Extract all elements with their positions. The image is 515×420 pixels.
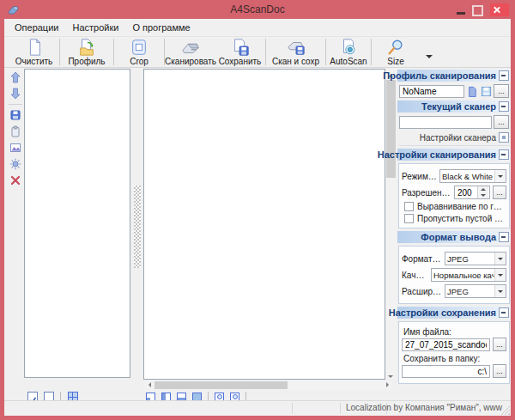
autoscan-icon [338, 38, 359, 57]
dropdown-arrow-icon [494, 253, 506, 265]
settings-panel: Профиль сканирования ... Текущий сканер [397, 67, 511, 400]
save-button[interactable]: Сохранить [215, 38, 264, 66]
size-button[interactable]: Size [373, 38, 419, 66]
status-divider [292, 403, 293, 414]
skip-blank-checkbox[interactable] [404, 214, 414, 223]
toolbar-separator [265, 39, 266, 65]
delete-icon [9, 174, 21, 186]
scanner-settings-row[interactable]: Настройки сканера [399, 132, 509, 146]
scanner-name-input[interactable] [399, 116, 492, 129]
profile-save-icon[interactable] [480, 85, 492, 97]
collapse-icon[interactable] [499, 232, 509, 242]
output-mode-select[interactable]: Black & White [439, 169, 506, 183]
toolbar-separator [113, 39, 114, 65]
profile-icon [76, 38, 97, 57]
menu-operations[interactable]: Операции [8, 20, 65, 36]
crop-icon [129, 38, 149, 57]
title-bar[interactable]: A4ScanDoc [0, 0, 515, 19]
collapse-icon[interactable] [499, 70, 509, 81]
minimize-button[interactable] [457, 12, 465, 15]
section-header-output-format: Формат вывода [397, 231, 511, 243]
vertical-scroll-thumb[interactable] [386, 80, 396, 178]
close-button[interactable] [490, 3, 509, 16]
size-dropdown-arrow[interactable] [426, 55, 433, 62]
scroll-left-arrow[interactable] [143, 380, 154, 390]
filename-label: Имя файла: [403, 327, 505, 337]
image-button[interactable] [8, 141, 23, 155]
save-icon [9, 109, 21, 121]
clipboard-button[interactable] [8, 125, 23, 138]
horizontal-scrollbar[interactable] [143, 380, 391, 390]
delete-button[interactable] [8, 173, 23, 187]
image-icon [9, 142, 21, 154]
section-header-current-scanner: Текущий сканер [397, 100, 511, 113]
profile-load-icon[interactable] [466, 85, 478, 97]
menu-settings[interactable]: Настройки [65, 20, 125, 36]
collapse-icon[interactable] [499, 101, 509, 112]
clipboard-icon [9, 125, 21, 137]
panel-splitter[interactable] [132, 69, 142, 378]
resolution-spinner[interactable] [454, 186, 490, 199]
magnifier-icon [385, 38, 406, 57]
maximize-button[interactable] [472, 5, 483, 16]
dropdown-arrow-icon [494, 285, 506, 297]
clear-button[interactable]: Очистить [9, 38, 58, 66]
collapse-icon[interactable] [499, 307, 509, 318]
scan-settings-group: Режим вывода: Black & White Разрешение (… [398, 163, 510, 228]
brightness-icon [9, 158, 21, 170]
filename-input[interactable] [402, 338, 490, 351]
extension-select[interactable]: JPEG [445, 284, 506, 298]
skip-blank-row[interactable]: Пропустить пустой лист [404, 214, 505, 223]
quality-label: Качество: [402, 271, 428, 280]
status-text: Localization by Компания "Риман", www [346, 403, 502, 412]
vertical-scrollbar[interactable] [385, 69, 397, 380]
app-window: A4ScanDoc Операции Настройки О программе… [0, 0, 515, 420]
resolution-more-button[interactable]: ... [493, 186, 506, 199]
splitter-handle-icon [134, 186, 141, 268]
spin-down-icon[interactable] [478, 192, 488, 198]
toolbar-separator [325, 39, 326, 65]
menu-about[interactable]: О программе [125, 20, 197, 36]
toolbar-separator [371, 39, 372, 65]
crop-button[interactable]: Crop [115, 38, 163, 66]
brightness-button[interactable] [8, 157, 23, 171]
file-format-select[interactable]: JPEG [445, 252, 506, 265]
move-down-button[interactable] [8, 87, 23, 100]
section-header-save-settings: Настройки сохранения [397, 307, 511, 319]
move-up-button[interactable] [8, 70, 23, 84]
scanner-browse-button[interactable]: ... [494, 115, 509, 129]
dropdown-arrow-icon [494, 170, 506, 182]
spin-up-icon[interactable] [478, 186, 488, 192]
profile-button[interactable]: Профиль [61, 38, 112, 66]
profile-browse-button[interactable]: ... [494, 84, 509, 98]
quality-select[interactable]: Нормальное качество [431, 268, 506, 282]
save-settings-group: Имя файла: ... Сохранить в папку: ... [398, 321, 510, 384]
thumbnail-list-panel [24, 69, 130, 378]
align-horizontal-checkbox[interactable] [404, 202, 414, 211]
scan-button[interactable]: Сканировать [166, 38, 215, 66]
window-title: A4ScanDoc [0, 0, 515, 19]
scroll-right-arrow[interactable] [381, 380, 391, 390]
scroll-down-arrow[interactable] [385, 369, 397, 380]
scanner-settings-icon[interactable] [499, 132, 509, 143]
filename-browse-button[interactable]: ... [493, 338, 506, 351]
status-divider [340, 403, 341, 414]
save-folder-browse-button[interactable]: ... [493, 364, 506, 378]
dropdown-arrow-icon [494, 269, 506, 281]
resolution-input[interactable] [455, 186, 477, 198]
save-page-button[interactable] [8, 108, 23, 122]
scan-and-save-button[interactable]: Скан и сохр [267, 38, 324, 66]
output-format-group: Формат файла: JPEG Качество: Нормальное … [398, 246, 510, 304]
side-toolbar-separator [9, 104, 22, 105]
collapse-icon[interactable] [499, 149, 509, 160]
profile-name-input[interactable] [399, 85, 464, 98]
horizontal-scroll-thumb[interactable] [154, 381, 288, 389]
autoscan-button[interactable]: AutoScan [327, 38, 370, 66]
save-folder-input[interactable] [402, 365, 490, 378]
align-horizontal-row[interactable]: Выравнивание по горизонтали [404, 202, 505, 211]
menu-bar: Операции Настройки О программе [4, 19, 511, 37]
status-bar: Localization by Компания "Риман", www [4, 400, 511, 416]
new-page-icon [24, 38, 45, 57]
save-folder-label: Сохранить в папку: [403, 354, 505, 363]
move-up-icon [9, 71, 21, 83]
